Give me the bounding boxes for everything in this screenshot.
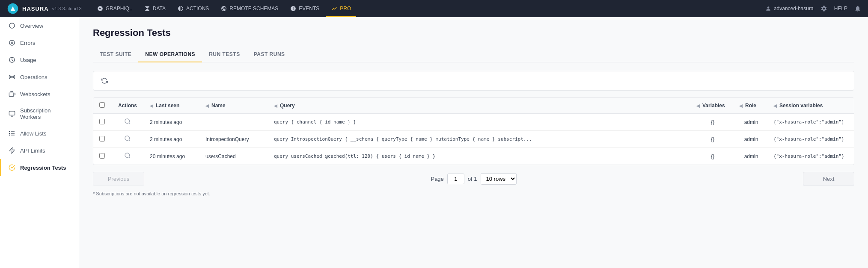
- previous-button[interactable]: Previous: [93, 172, 144, 186]
- check-circle-icon: [8, 164, 16, 171]
- sidebar-item-regression-tests[interactable]: Regression Tests: [0, 159, 79, 176]
- search-icon[interactable]: [124, 118, 131, 125]
- brand[interactable]: HASURA v1.3.3-cloud.3: [7, 3, 82, 15]
- row-checkbox[interactable]: [99, 136, 105, 141]
- col-checkbox: [93, 98, 110, 114]
- user-label: advanced-hasura: [774, 6, 814, 12]
- table-row: 20 minutes ago usersCached query usersCa…: [93, 148, 854, 165]
- rows-per-page-select[interactable]: 10 rows 25 rows 50 rows: [481, 173, 517, 185]
- svg-line-21: [129, 123, 130, 124]
- sidebar-item-subscription-workers[interactable]: Subscription Workers: [0, 103, 79, 125]
- svg-point-20: [125, 119, 130, 124]
- nav-actions[interactable]: ACTIONS: [172, 0, 214, 17]
- row-lastseen: 2 minutes ago: [145, 114, 200, 131]
- row-name: usersCached: [200, 148, 269, 165]
- nav-events[interactable]: EVENTS: [285, 0, 324, 17]
- nav-data[interactable]: DATA: [139, 0, 171, 17]
- nav-pro[interactable]: PRO: [326, 0, 356, 17]
- col-query: ◀ Query: [269, 98, 691, 114]
- row-query: query IntrospectionQuery { __schema { qu…: [269, 131, 691, 148]
- svg-line-25: [129, 157, 130, 158]
- websocket-icon: [8, 90, 16, 98]
- tab-run-tests[interactable]: RUN TESTS: [202, 47, 247, 62]
- search-icon[interactable]: [124, 135, 131, 142]
- top-navigation: HASURA v1.3.3-cloud.3 GRAPHIQL DATA ACTI…: [0, 0, 868, 17]
- row-name: [200, 114, 269, 131]
- main-content: Regression Tests TEST SUITE NEW OPERATIO…: [79, 17, 868, 268]
- table-row: 2 minutes ago query { channel { id name …: [93, 114, 854, 131]
- svg-point-6: [12, 77, 13, 78]
- layout: Overview Errors Usage Operations Websock: [0, 17, 868, 268]
- actions-icon: [178, 6, 184, 12]
- session-sort-icon[interactable]: ◀: [773, 103, 777, 108]
- col-name: ◀ Name: [200, 98, 269, 114]
- row-role: admin: [734, 131, 768, 148]
- row-checkbox-cell: [93, 148, 110, 165]
- user-menu[interactable]: advanced-hasura: [765, 6, 814, 12]
- sidebar-item-allow-lists[interactable]: Allow Lists: [0, 125, 79, 142]
- radio-icon: [8, 73, 16, 81]
- hasura-logo: [7, 3, 19, 15]
- col-lastseen: ◀ Last seen: [145, 98, 200, 114]
- settings-icon[interactable]: [820, 5, 827, 12]
- row-checkbox[interactable]: [99, 119, 105, 124]
- row-variables: {}: [691, 148, 734, 165]
- x-circle-icon: [8, 39, 16, 47]
- select-all-checkbox[interactable]: [99, 102, 105, 108]
- role-sort-icon[interactable]: ◀: [739, 103, 743, 108]
- sidebar-item-websockets[interactable]: Websockets: [0, 85, 79, 103]
- svg-line-23: [129, 140, 130, 141]
- svg-rect-10: [9, 111, 15, 115]
- topnav-right: advanced-hasura HELP: [765, 5, 861, 12]
- tab-past-runs[interactable]: PAST RUNS: [247, 47, 292, 62]
- col-session-variables: ◀ Session variables: [768, 98, 854, 114]
- sidebar-item-api-limits[interactable]: API Limits: [0, 142, 79, 159]
- api-limits-icon: [8, 147, 16, 154]
- brand-name: HASURA: [22, 6, 49, 12]
- tab-new-operations[interactable]: NEW OPERATIONS: [138, 47, 202, 62]
- query-sort-icon[interactable]: ◀: [274, 103, 277, 108]
- row-session-variables: {"x-hasura-role":"admin"}: [768, 148, 854, 165]
- data-icon: [144, 6, 150, 12]
- row-query: query usersCached @cached(ttl: 120) { us…: [269, 148, 691, 165]
- row-search-cell: [110, 114, 145, 131]
- next-button[interactable]: Next: [803, 172, 854, 186]
- row-lastseen: 2 minutes ago: [145, 131, 200, 148]
- sidebar-item-errors[interactable]: Errors: [0, 34, 79, 51]
- lastseen-sort-icon[interactable]: ◀: [150, 103, 153, 108]
- workers-icon: [8, 110, 16, 118]
- svg-point-24: [125, 153, 130, 158]
- toolbar: [93, 71, 854, 91]
- row-role: admin: [734, 148, 768, 165]
- row-name: IntrospectionQuery: [200, 131, 269, 148]
- row-session-variables: {"x-hasura-role":"admin"}: [768, 131, 854, 148]
- brand-version: v1.3.3-cloud.3: [52, 6, 82, 11]
- row-variables: {}: [691, 131, 734, 148]
- col-variables: ◀ Variables: [691, 98, 734, 114]
- svg-point-17: [9, 133, 9, 133]
- bell-icon[interactable]: [854, 5, 861, 12]
- page-input[interactable]: [447, 174, 464, 184]
- name-sort-icon[interactable]: ◀: [205, 103, 209, 108]
- row-checkbox[interactable]: [99, 153, 105, 159]
- svg-point-1: [9, 23, 15, 28]
- operations-table: Actions ◀ Last seen ◀ Name: [93, 97, 854, 165]
- sidebar-item-usage[interactable]: Usage: [0, 51, 79, 68]
- svg-point-22: [125, 136, 130, 141]
- refresh-icon: [101, 77, 108, 84]
- row-search-cell: [110, 148, 145, 165]
- help-label[interactable]: HELP: [834, 6, 847, 12]
- nav-graphiql[interactable]: GRAPHIQL: [92, 0, 137, 17]
- search-icon[interactable]: [124, 152, 131, 159]
- sidebar-item-overview[interactable]: Overview: [0, 17, 79, 34]
- row-checkbox-cell: [93, 114, 110, 131]
- refresh-button[interactable]: [99, 76, 110, 86]
- nav-remote-schemas[interactable]: REMOTE SCHEMAS: [216, 0, 283, 17]
- tab-test-suite[interactable]: TEST SUITE: [93, 47, 138, 62]
- sidebar-item-operations[interactable]: Operations: [0, 68, 79, 85]
- variables-sort-icon[interactable]: ◀: [696, 103, 700, 108]
- row-search-cell: [110, 131, 145, 148]
- col-actions: Actions: [110, 98, 145, 114]
- pagination: Previous Page of 1 10 rows 25 rows 50 ro…: [93, 172, 854, 186]
- pro-icon: [331, 6, 337, 12]
